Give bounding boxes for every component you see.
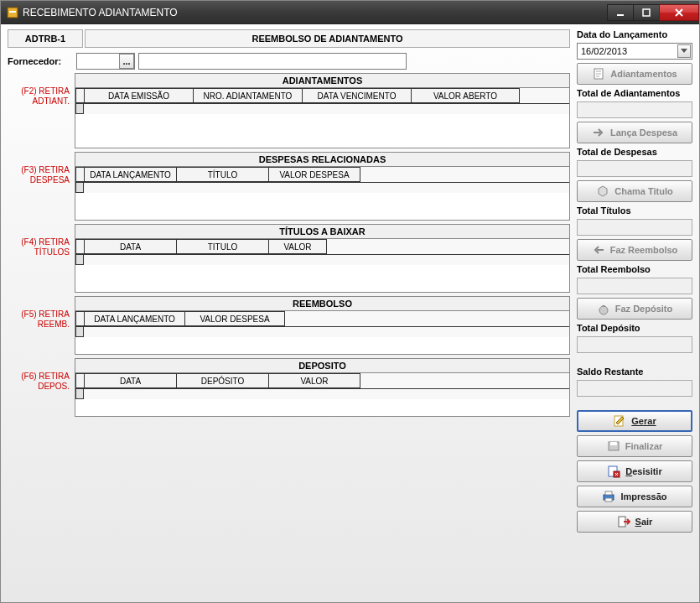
total-despesas-value [577, 160, 692, 177]
content: ADTRB-1 REEMBOLSO DE ADIANTAMENTO Fornec… [1, 24, 699, 602]
grid-selector-header [75, 88, 84, 103]
btn-label: DDesisitiresisitir [625, 466, 661, 476]
hotkey-line1: (F3) RETIRA [8, 165, 70, 175]
btn-label: Faz Depósito [615, 304, 672, 314]
finalizar-button[interactable]: Finalizar [577, 435, 692, 457]
total-reemb-label: Total Reembolso [577, 264, 692, 274]
svg-rect-8 [610, 442, 617, 445]
grid-row-selector[interactable] [75, 255, 84, 265]
hotkey-retira-reemb: (F5) RETIRA REEMB. [8, 296, 73, 355]
col-data-emissao[interactable]: DATA EMISSÃO [84, 88, 193, 103]
svg-rect-2 [617, 14, 624, 16]
grid-body[interactable] [75, 193, 569, 220]
grid-row-selector[interactable] [75, 183, 84, 193]
hotkey-retira-adiant: (F2) RETIRA ADTIANT. [8, 73, 73, 148]
header-row: ADTRB-1 REEMBOLSO DE ADIANTAMENTO [8, 29, 570, 48]
fornecedor-code-input[interactable]: ... [76, 53, 135, 70]
section-reembolso: (F5) RETIRA REEMB. REEMBOLSO DATA LANÇAM… [8, 296, 570, 355]
exit-icon [617, 515, 630, 528]
grid-selector-header [75, 311, 84, 326]
hotkey-line2: ADTIANT. [8, 96, 70, 107]
grid-body[interactable] [75, 114, 569, 148]
btn-label: SairSair [635, 517, 653, 527]
hotkey-line1: (F6) RETIRA [8, 372, 70, 382]
titlebar: RECEBIMENTO ADIANTAMENTO [1, 1, 699, 24]
total-despesas-label: Total de Despesas [577, 147, 692, 157]
impressao-button[interactable]: Impressão [577, 486, 692, 507]
section-title: DEPOSITO [75, 359, 569, 373]
btn-label: Adiantamentos [610, 69, 677, 79]
col-data[interactable]: DATA [84, 239, 176, 254]
col-data-vencimento[interactable]: DATA VENCIMENTO [302, 88, 411, 103]
btn-label: Lança Despesa [610, 127, 677, 138]
total-adiant-label: Total de Adiantamentos [577, 88, 692, 98]
total-titulos-label: Total Títulos [577, 205, 692, 216]
svg-rect-13 [605, 498, 612, 502]
col-nro-adiantamento[interactable]: NRO. ADIANTAMENTO [193, 88, 302, 103]
col-valor-aberto[interactable]: VALOR ABERTO [411, 88, 520, 103]
col-data-lancamento[interactable]: DATA LANÇAMENTO [84, 311, 184, 326]
grid-selector-header [75, 373, 84, 388]
fornecedor-lookup-button[interactable]: ... [119, 54, 134, 69]
col-valor[interactable]: VALOR [268, 239, 327, 254]
sair-button[interactable]: SairSair [577, 511, 692, 533]
date-dropdown-button[interactable] [677, 44, 691, 58]
arrow-left-icon [592, 243, 605, 257]
section-title: DESPESAS RELACIONADAS [75, 153, 569, 167]
main-panel: ADTRB-1 REEMBOLSO DE ADIANTAMENTO Fornec… [1, 24, 573, 602]
hotkey-line2: REEMB. [8, 320, 70, 330]
grid-row-selector[interactable] [75, 104, 84, 114]
close-button[interactable] [659, 4, 699, 21]
chama-titulo-button[interactable]: Chama Titulo [577, 180, 692, 202]
col-valor-despesa[interactable]: VALOR DESPESA [268, 167, 360, 182]
chevron-down-icon [681, 49, 687, 54]
adiantamentos-button[interactable]: Adiantamentos [577, 63, 692, 85]
maximize-icon [642, 8, 651, 17]
btn-label: Chama Titulo [614, 186, 672, 196]
hotkey-line2: DESPESA [8, 175, 70, 185]
grid-row-selector[interactable] [75, 389, 84, 399]
minimize-button[interactable] [607, 4, 634, 21]
faz-reembolso-button[interactable]: Faz Reembolso [577, 239, 692, 261]
hotkey-line2: TÍTULOS [8, 247, 70, 257]
printer-icon [602, 490, 615, 503]
col-titulo[interactable]: TÍTULO [176, 167, 268, 182]
hotkey-retira-depos: (F6) RETIRA DEPOS. [8, 358, 73, 417]
form-title: REEMBOLSO DE ADIANTAMENTO [85, 29, 570, 48]
form-code: ADTRB-1 [8, 29, 83, 48]
hotkey-line2: DEPOS. [8, 382, 70, 392]
grid-row-selector[interactable] [75, 327, 84, 337]
grid-body[interactable] [75, 265, 569, 292]
fornecedor-name-input[interactable] [138, 53, 407, 70]
hotkey-line1: (F4) RETIRA [8, 237, 70, 247]
section-title: TÍTULOS A BAIXAR [75, 225, 569, 239]
gerar-button[interactable]: Gerar [577, 410, 692, 432]
col-valor[interactable]: VALOR [268, 373, 360, 388]
titulos-grid: TÍTULOS A BAIXAR DATA TITULO VALOR [75, 224, 570, 293]
total-depo-value [577, 336, 692, 353]
grid-body[interactable] [75, 337, 569, 354]
col-data[interactable]: DATA [84, 373, 176, 388]
btn-label: Gerar [631, 416, 656, 426]
fornecedor-row: Fornecedor: ... [8, 53, 570, 70]
col-titulo[interactable]: TITULO [176, 239, 268, 254]
hotkey-line1: (F2) RETIRA [8, 86, 70, 96]
window-title: RECEBIMENTO ADIANTAMENTO [23, 7, 608, 18]
grid-body[interactable] [75, 399, 569, 416]
date-select[interactable]: 16/02/2013 [577, 43, 692, 60]
maximize-button[interactable] [633, 4, 660, 21]
col-valor-despesa[interactable]: VALOR DESPESA [184, 311, 285, 326]
total-depo-label: Total Depósito [577, 323, 692, 333]
section-adiantamentos: (F2) RETIRA ADTIANT. ADIANTAMENTOS DATA … [8, 73, 570, 148]
lanca-despesa-button[interactable]: Lança Despesa [577, 122, 692, 143]
grid-header: DATA TITULO VALOR [75, 239, 569, 255]
desistir-button[interactable]: DDesisitiresisitir [577, 460, 692, 482]
col-deposito[interactable]: DEPÓSITO [176, 373, 268, 388]
col-data-lancamento[interactable]: DATA LANÇAMENTO [84, 167, 176, 182]
date-value: 16/02/2013 [581, 46, 627, 56]
hotkey-retira-titulos: (F4) RETIRA TÍTULOS [8, 224, 73, 293]
hotkey-line1: (F5) RETIRA [8, 309, 70, 320]
grid-header: DATA DEPÓSITO VALOR [75, 373, 569, 389]
fornecedor-label: Fornecedor: [8, 56, 73, 66]
faz-deposito-button[interactable]: Faz Depósito [577, 298, 692, 320]
